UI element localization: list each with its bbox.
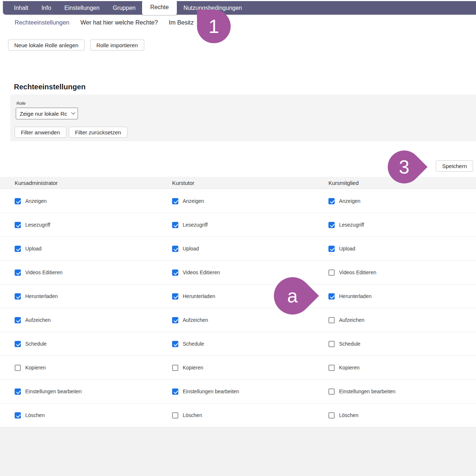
permission-label: Videos Editieren — [339, 269, 376, 275]
checkbox-checked[interactable] — [15, 222, 21, 228]
permission-cell: Videos Editieren — [15, 269, 172, 276]
permission-cell: Aufzeichen — [328, 317, 476, 323]
table-row: Einstellungen bearbeitenEinstellungen be… — [0, 380, 476, 404]
reset-filter-button[interactable]: Filter zurücksetzen — [69, 127, 127, 138]
permission-label: Herunterladen — [183, 293, 215, 299]
permission-label: Lesezugriff — [183, 222, 208, 228]
permission-label: Schedule — [183, 341, 204, 347]
permission-label: Aufzeichen — [339, 317, 364, 323]
role-actions-row: Neue lokale Rolle anlegen Rolle importie… — [8, 40, 144, 51]
permission-label: Einstellungen bearbeiten — [339, 388, 395, 394]
column-header-kurstutor: Kurstutor — [172, 180, 328, 186]
subtab-rechteeinstellungen[interactable]: Rechteeinstellungen — [15, 19, 70, 26]
checkbox-checked[interactable] — [328, 222, 335, 228]
checkbox-unchecked[interactable] — [328, 269, 335, 276]
column-header-kursadministrator: Kursadministrator — [15, 180, 172, 186]
table-row: ScheduleScheduleSchedule — [0, 332, 476, 356]
filter-buttons-row: Filter anwenden Filter zurücksetzen — [15, 127, 127, 138]
permission-cell: Kopieren — [328, 365, 476, 371]
checkbox-unchecked[interactable] — [15, 365, 21, 371]
role-select-value: Zeige nur lokale Rc — [20, 111, 70, 117]
checkbox-checked[interactable] — [328, 246, 335, 252]
save-button[interactable]: Speichern — [436, 160, 473, 172]
checkbox-checked[interactable] — [172, 222, 178, 228]
role-select[interactable]: Zeige nur lokale Rc — [16, 108, 78, 119]
checkbox-checked[interactable] — [172, 269, 178, 276]
table-row: UploadUploadUpload — [0, 237, 476, 261]
permission-label: Einstellungen bearbeiten — [25, 388, 82, 394]
permissions-table-body: AnzeigenAnzeigenAnzeigenLesezugriffLesez… — [0, 189, 476, 427]
callout-3-label: 3 — [399, 157, 410, 176]
checkbox-checked[interactable] — [15, 412, 21, 419]
checkbox-unchecked[interactable] — [328, 388, 335, 395]
tab-einstellungen[interactable]: Einstellungen — [58, 1, 106, 15]
checkbox-checked[interactable] — [172, 341, 178, 347]
permission-cell: Lesezugriff — [172, 222, 328, 228]
checkbox-checked[interactable] — [172, 388, 178, 395]
checkbox-unchecked[interactable] — [328, 365, 335, 371]
table-row: AufzeichenAufzeichenAufzeichen — [0, 308, 476, 332]
permission-label: Schedule — [25, 341, 47, 347]
permission-cell: Lesezugriff — [328, 222, 476, 228]
checkbox-unchecked[interactable] — [172, 412, 178, 419]
permission-label: Kopieren — [183, 365, 203, 371]
permission-cell: Herunterladen — [328, 293, 476, 300]
checkbox-checked[interactable] — [172, 198, 178, 204]
new-local-role-button[interactable]: Neue lokale Rolle anlegen — [8, 40, 85, 51]
permission-cell: Einstellungen bearbeiten — [172, 388, 328, 395]
checkbox-checked[interactable] — [328, 293, 335, 300]
checkbox-checked[interactable] — [15, 388, 21, 395]
permission-label: Kopieren — [25, 365, 46, 371]
permission-cell: Upload — [172, 246, 328, 252]
checkbox-checked[interactable] — [15, 198, 21, 204]
checkbox-unchecked[interactable] — [328, 341, 335, 347]
filter-panel: Rolle Zeige nur lokale Rc Filter anwende… — [10, 94, 476, 141]
checkbox-checked[interactable] — [15, 269, 21, 276]
checkbox-checked[interactable] — [172, 246, 178, 252]
tab-info[interactable]: Info — [35, 1, 58, 15]
checkbox-checked[interactable] — [172, 317, 178, 323]
checkbox-checked[interactable] — [15, 317, 21, 323]
callout-1-label: 1 — [209, 17, 219, 36]
permission-cell: Löschen — [15, 412, 172, 419]
tab-inhalt[interactable]: Inhalt — [7, 1, 35, 15]
permission-label: Aufzeichen — [183, 317, 208, 323]
permission-label: Kopieren — [339, 365, 360, 371]
tab-rechte[interactable]: Rechte — [142, 0, 177, 15]
checkbox-checked[interactable] — [15, 246, 21, 252]
table-row: HerunterladenHerunterladenHerunterladen — [0, 285, 476, 308]
permission-cell: Anzeigen — [15, 198, 172, 204]
checkbox-checked[interactable] — [328, 198, 335, 204]
subtab-im-besitz[interactable]: Im Besitz — [169, 19, 194, 26]
tab-gruppen[interactable]: Gruppen — [106, 1, 142, 15]
checkbox-unchecked[interactable] — [328, 412, 335, 419]
checkbox-unchecked[interactable] — [172, 365, 178, 371]
permission-cell: Videos Editieren — [328, 269, 476, 276]
permission-label: Herunterladen — [339, 293, 372, 299]
checkbox-checked[interactable] — [172, 293, 178, 300]
subtab-wer-hat-welche-rechte[interactable]: Wer hat hier welche Rechte? — [81, 19, 158, 26]
permission-label: Löschen — [25, 412, 45, 418]
permission-label: Videos Editieren — [25, 269, 63, 275]
apply-filter-button[interactable]: Filter anwenden — [15, 127, 66, 138]
top-navbar: Inhalt Info Einstellungen Gruppen Rechte… — [3, 1, 476, 15]
permission-label: Aufzeichen — [25, 317, 51, 323]
annotation-callout-1: 1 — [197, 10, 231, 43]
permission-label: Upload — [25, 246, 41, 252]
permission-label: Anzeigen — [25, 198, 47, 204]
permission-cell: Upload — [15, 246, 172, 252]
permission-label: Einstellungen bearbeiten — [183, 388, 239, 394]
checkbox-unchecked[interactable] — [328, 317, 335, 323]
page-footer-area — [0, 427, 476, 476]
permission-label: Löschen — [339, 412, 358, 418]
table-row: Videos EditierenVideos EditierenVideos E… — [0, 261, 476, 285]
checkbox-checked[interactable] — [15, 293, 21, 300]
permission-label: Herunterladen — [25, 293, 58, 299]
permission-cell: Aufzeichen — [15, 317, 172, 323]
permission-cell: Anzeigen — [172, 198, 328, 204]
import-role-button[interactable]: Rolle importieren — [90, 40, 144, 51]
permission-label: Löschen — [183, 412, 202, 418]
permission-cell: Löschen — [172, 412, 328, 419]
checkbox-checked[interactable] — [15, 341, 21, 347]
table-row: LesezugriffLesezugriffLesezugriff — [0, 213, 476, 237]
